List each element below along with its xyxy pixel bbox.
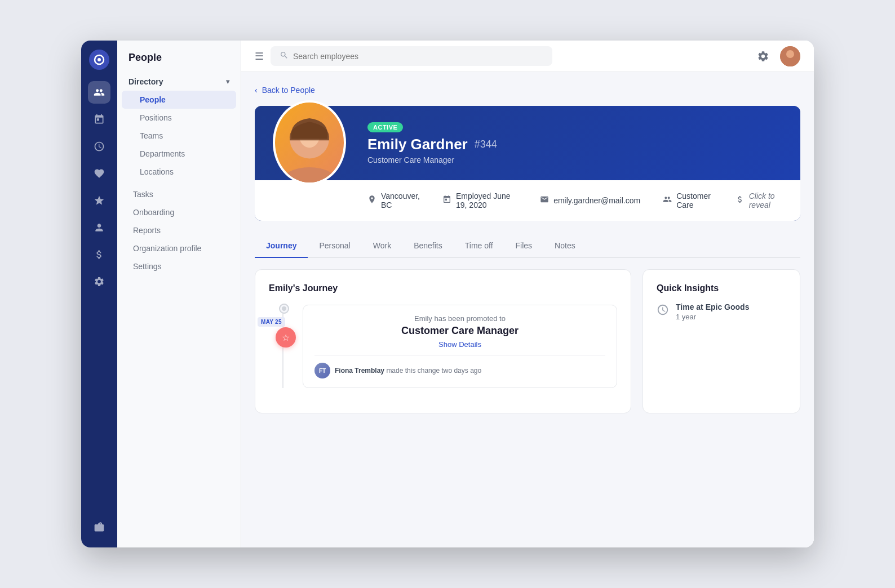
svg-point-3 bbox=[786, 50, 794, 58]
profile-header: ACTIVE Emily Gardner #344 Customer Care … bbox=[255, 106, 800, 180]
department-value: Customer Care bbox=[676, 191, 713, 210]
journey-card: Emily's Journey MAY 25 ☆ bbox=[255, 269, 631, 413]
nav-icon-heart[interactable] bbox=[88, 162, 110, 185]
content-area: ‹ Back to People bbox=[241, 72, 814, 547]
search-input[interactable] bbox=[293, 52, 543, 61]
search-bar[interactable] bbox=[271, 46, 552, 66]
detail-email: emily.gardner@mail.com bbox=[540, 195, 640, 206]
nav-icon-clock[interactable] bbox=[88, 135, 110, 158]
employed-value: Employed June 19, 2020 bbox=[456, 191, 517, 210]
timeline-item-1: MAY 25 ☆ Emily has been promoted to Cust… bbox=[303, 305, 617, 388]
sidebar-item-org-profile[interactable]: Organization profile bbox=[122, 239, 236, 257]
salary-value[interactable]: Click to reveal bbox=[749, 191, 782, 210]
main-content: ☰ bbox=[241, 41, 814, 547]
department-icon bbox=[663, 195, 672, 206]
insights-title: Quick Insights bbox=[657, 283, 786, 293]
svg-point-1 bbox=[98, 58, 101, 61]
menu-icon[interactable]: ☰ bbox=[255, 50, 264, 63]
nav-icon-user[interactable] bbox=[88, 216, 110, 239]
timeline-top-dot bbox=[280, 305, 288, 313]
sidebar-section-directory: Directory ▾ People Positions Teams Depar… bbox=[117, 73, 241, 181]
profile-name: Emily Gardner #344 bbox=[367, 136, 782, 153]
calendar-icon bbox=[442, 195, 451, 206]
event-footer: FT Fiona Tremblay made this change two d… bbox=[314, 355, 605, 378]
event-card: Emily has been promoted to Customer Care… bbox=[303, 305, 617, 388]
sidebar-item-tasks[interactable]: Tasks bbox=[122, 185, 236, 203]
topbar-actions bbox=[753, 46, 800, 66]
detail-location: Vancouver, BC bbox=[367, 191, 420, 210]
sidebar-item-positions[interactable]: Positions bbox=[122, 109, 236, 127]
tab-work[interactable]: Work bbox=[362, 234, 402, 258]
app-logo[interactable] bbox=[89, 50, 109, 70]
sidebar-item-onboarding[interactable]: Onboarding bbox=[122, 203, 236, 221]
settings-icon-button[interactable] bbox=[753, 46, 773, 66]
sidebar-item-teams[interactable]: Teams bbox=[122, 127, 236, 145]
left-sidebar: People Directory ▾ People Positions Team… bbox=[117, 41, 241, 547]
journey-layout: Emily's Journey MAY 25 ☆ bbox=[255, 269, 800, 413]
journey-title: Emily's Journey bbox=[269, 283, 617, 293]
clock-icon bbox=[657, 304, 669, 319]
chevron-down-icon: ▾ bbox=[226, 78, 229, 86]
directory-label: Directory bbox=[129, 77, 163, 86]
tab-notes[interactable]: Notes bbox=[543, 234, 587, 258]
tab-time-off[interactable]: Time off bbox=[454, 234, 504, 258]
chevron-left-icon: ‹ bbox=[255, 86, 258, 95]
tab-journey[interactable]: Journey bbox=[255, 234, 308, 258]
timeline: MAY 25 ☆ Emily has been promoted to Cust… bbox=[269, 305, 617, 388]
location-value: Vancouver, BC bbox=[381, 191, 420, 210]
salary-icon bbox=[736, 195, 745, 206]
nav-icon-briefcase[interactable] bbox=[88, 516, 110, 538]
location-icon bbox=[367, 195, 376, 206]
topbar: ☰ bbox=[241, 41, 814, 72]
tab-benefits[interactable]: Benefits bbox=[402, 234, 454, 258]
tab-files[interactable]: Files bbox=[504, 234, 544, 258]
icon-sidebar bbox=[81, 41, 117, 547]
sidebar-item-locations[interactable]: Locations bbox=[122, 163, 236, 181]
nav-icon-dollar[interactable] bbox=[88, 243, 110, 266]
timeline-date-badge: MAY 25 bbox=[258, 317, 285, 327]
sidebar-item-settings[interactable]: Settings bbox=[122, 257, 236, 275]
nav-icon-people[interactable] bbox=[88, 81, 110, 104]
profile-avatar bbox=[273, 100, 346, 185]
fiona-avatar: FT bbox=[314, 363, 330, 378]
timeline-star-dot: ☆ bbox=[276, 327, 296, 348]
insight-content: Time at Epic Goods 1 year bbox=[676, 302, 749, 321]
insight-value: 1 year bbox=[676, 313, 749, 321]
back-link[interactable]: ‹ Back to People bbox=[255, 86, 800, 95]
tabs-bar: Journey Personal Work Benefits Time off … bbox=[255, 234, 800, 258]
profile-avatar-wrap bbox=[273, 100, 352, 190]
detail-department: Customer Care bbox=[663, 191, 713, 210]
email-value: emily.gardner@mail.com bbox=[553, 196, 640, 205]
insights-card: Quick Insights Time at Epic Goods 1 year bbox=[643, 269, 800, 413]
status-badge: ACTIVE bbox=[367, 122, 403, 132]
nav-icon-calendar[interactable] bbox=[88, 108, 110, 131]
event-subtitle: Emily has been promoted to bbox=[314, 314, 605, 323]
event-title: Customer Care Manager bbox=[314, 325, 605, 337]
sidebar-item-people[interactable]: People bbox=[122, 91, 236, 109]
tab-personal[interactable]: Personal bbox=[308, 234, 361, 258]
email-icon bbox=[540, 195, 549, 206]
profile-card: ACTIVE Emily Gardner #344 Customer Care … bbox=[255, 106, 800, 221]
sidebar-title: People bbox=[117, 52, 241, 73]
show-details-link[interactable]: Show Details bbox=[314, 340, 605, 349]
detail-employed: Employed June 19, 2020 bbox=[442, 191, 517, 210]
sidebar-section-header-directory[interactable]: Directory ▾ bbox=[117, 73, 241, 91]
search-icon bbox=[280, 51, 289, 61]
svg-point-5 bbox=[281, 167, 338, 183]
sidebar-item-reports[interactable]: Reports bbox=[122, 221, 236, 239]
user-avatar[interactable] bbox=[780, 46, 800, 66]
insight-time: Time at Epic Goods 1 year bbox=[657, 302, 786, 321]
sidebar-item-departments[interactable]: Departments bbox=[122, 145, 236, 163]
insight-label: Time at Epic Goods bbox=[676, 302, 749, 311]
event-footer-text: Fiona Tremblay made this change two days… bbox=[335, 367, 481, 375]
profile-id: #344 bbox=[475, 139, 497, 150]
nav-icon-settings[interactable] bbox=[88, 270, 110, 293]
profile-job-title: Customer Care Manager bbox=[367, 155, 782, 164]
detail-salary[interactable]: Click to reveal bbox=[736, 191, 782, 210]
nav-icon-star[interactable] bbox=[88, 189, 110, 212]
